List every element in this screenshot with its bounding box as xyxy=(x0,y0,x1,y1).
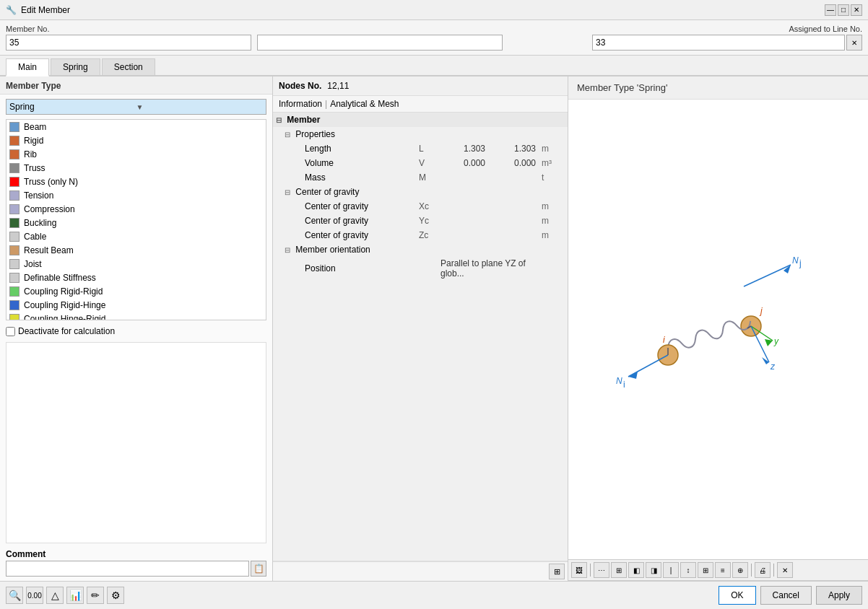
triangle-button[interactable]: △ xyxy=(46,587,64,604)
comment-copy-button[interactable]: 📋 xyxy=(251,561,266,577)
toolbar-btn-8[interactable]: ⊞ xyxy=(698,562,713,578)
toolbar-btn-6[interactable]: | xyxy=(663,562,679,578)
maximize-button[interactable]: □ xyxy=(838,4,849,16)
cancel-button[interactable]: Cancel xyxy=(760,586,812,605)
bottom-bar: 🔍 0.00 △ 📊 ✏ ⚙ OK Cancel Apply xyxy=(0,581,868,609)
type-item-label: Rigid xyxy=(24,136,43,146)
ok-button[interactable]: OK xyxy=(719,586,755,605)
volume-val1: 0.000 xyxy=(438,156,488,170)
tab-main[interactable]: Main xyxy=(6,58,49,76)
svg-text:i: i xyxy=(663,335,665,345)
type-item-label: Definable Stiffness xyxy=(24,273,96,283)
orientation-section-header: ⊟ Member orientation xyxy=(273,242,568,257)
list-item[interactable]: Truss (only N) xyxy=(6,175,266,188)
description-input[interactable] xyxy=(257,35,503,51)
info-header: Information | Analytical & Mesh xyxy=(273,96,568,113)
list-item[interactable]: Rib xyxy=(6,147,266,161)
bottom-left-tools: 🔍 0.00 △ 📊 ✏ ⚙ xyxy=(6,587,124,604)
collapse-cog-icon[interactable]: ⊟ xyxy=(285,188,290,196)
toolbar-btn-5[interactable]: ◨ xyxy=(646,562,661,578)
table-grid-button[interactable]: ⊞ xyxy=(549,564,565,579)
apply-button[interactable]: Apply xyxy=(816,586,862,605)
position-sym xyxy=(416,257,438,279)
comment-input[interactable] xyxy=(6,561,249,577)
spring-visual-area: N j j y z xyxy=(568,100,868,559)
list-item[interactable]: Coupling Hinge-Rigid xyxy=(6,312,266,320)
member-type-dropdown[interactable]: Spring ▼ xyxy=(6,99,266,115)
toolbar-btn-4[interactable]: ◧ xyxy=(628,562,644,578)
cog-section-label: Center of gravity xyxy=(295,187,359,197)
search-button[interactable]: 🔍 xyxy=(6,587,23,604)
list-item[interactable]: Cable xyxy=(6,229,266,243)
list-item[interactable]: Compression xyxy=(6,202,266,216)
decimal-button[interactable]: 0.00 xyxy=(26,587,43,604)
tab-section[interactable]: Section xyxy=(102,58,155,75)
minimize-button[interactable]: — xyxy=(825,4,836,16)
deactivate-checkbox[interactable] xyxy=(6,327,15,336)
deactivate-label: Deactivate for calculation xyxy=(18,326,115,336)
length-label: Length xyxy=(273,141,416,156)
length-val2: 1.303 xyxy=(488,141,539,156)
mass-label: Mass xyxy=(273,170,416,185)
comment-section: Comment 📋 xyxy=(0,546,272,581)
spring-diagram: N j j y z xyxy=(603,236,834,424)
list-item[interactable]: Buckling xyxy=(6,216,266,229)
assigned-line-input[interactable] xyxy=(592,35,845,51)
cogy-sym: Yc xyxy=(416,214,438,228)
list-item[interactable]: Result Beam xyxy=(6,243,266,257)
cogx-row: Center of gravity Xc m xyxy=(273,199,568,214)
list-item[interactable]: Coupling Rigid-Rigid xyxy=(6,284,266,298)
close-button[interactable]: ✕ xyxy=(851,4,862,16)
edit-button[interactable]: ✏ xyxy=(87,587,104,604)
position-row: Position Parallel to plane YZ of glob... xyxy=(273,257,568,279)
member-type-selected: Spring xyxy=(9,102,136,112)
bottom-right-buttons: OK Cancel Apply xyxy=(719,586,862,605)
list-item[interactable]: Beam xyxy=(6,120,266,133)
svg-marker-15 xyxy=(628,372,638,379)
length-row: Length L 1.303 1.303 m xyxy=(273,141,568,156)
tabs-row: Main Spring Section xyxy=(0,56,868,76)
toolbar-btn-9[interactable]: ≡ xyxy=(715,562,731,578)
type-item-label: Buckling xyxy=(24,218,56,228)
list-item[interactable]: Coupling Rigid-Hinge xyxy=(6,298,266,312)
settings-button[interactable]: ⚙ xyxy=(107,587,124,604)
collapse-orientation-icon[interactable]: ⊟ xyxy=(285,246,290,254)
toolbar-btn-2[interactable]: ⋯ xyxy=(594,562,609,578)
cogy-val2 xyxy=(488,214,539,228)
mass-unit: t xyxy=(539,170,568,185)
mass-val2 xyxy=(488,170,539,185)
information-label: Information xyxy=(279,99,322,109)
toolbar-btn-10[interactable]: ⊕ xyxy=(732,562,748,578)
position-unit xyxy=(539,257,568,279)
list-item[interactable]: Tension xyxy=(6,188,266,202)
length-sym: L xyxy=(416,141,438,156)
chart-button[interactable]: 📊 xyxy=(66,587,84,604)
cogx-val xyxy=(438,199,488,214)
toolbar-btn-1[interactable]: 🖼 xyxy=(571,562,587,578)
member-no-input[interactable] xyxy=(6,35,251,51)
tab-spring[interactable]: Spring xyxy=(51,58,100,75)
cogy-row: Center of gravity Yc m xyxy=(273,214,568,228)
toolbar-btn-3[interactable]: ⊞ xyxy=(611,562,627,578)
type-item-label: Truss (only N) xyxy=(24,177,78,187)
toolbar-sep-2 xyxy=(751,564,752,577)
toolbar-btn-close[interactable]: ✕ xyxy=(777,562,793,578)
toolbar-btn-7[interactable]: ↕ xyxy=(680,562,696,578)
collapse-properties-icon[interactable]: ⊟ xyxy=(285,131,290,139)
list-item[interactable]: Definable Stiffness xyxy=(6,271,266,284)
list-item[interactable]: Joist xyxy=(6,257,266,271)
list-item[interactable]: Rigid xyxy=(6,133,266,147)
nodes-row: Nodes No. 12,11 xyxy=(273,76,568,96)
mass-sym: M xyxy=(416,170,438,185)
clear-assigned-button[interactable]: ✕ xyxy=(846,35,862,51)
app-icon: 🔧 xyxy=(6,5,17,15)
cogx-label: Center of gravity xyxy=(273,199,416,214)
deactivate-row: Deactivate for calculation xyxy=(0,323,272,339)
member-type-label: Member Type xyxy=(0,76,272,95)
type-item-label: Rib xyxy=(24,149,37,159)
list-item[interactable]: Truss xyxy=(6,161,266,175)
toolbar-btn-print[interactable]: 🖨 xyxy=(755,562,771,578)
collapse-member-icon[interactable]: ⊟ xyxy=(276,116,282,124)
member-section-label: Member xyxy=(287,115,320,125)
separator: | xyxy=(325,99,327,109)
